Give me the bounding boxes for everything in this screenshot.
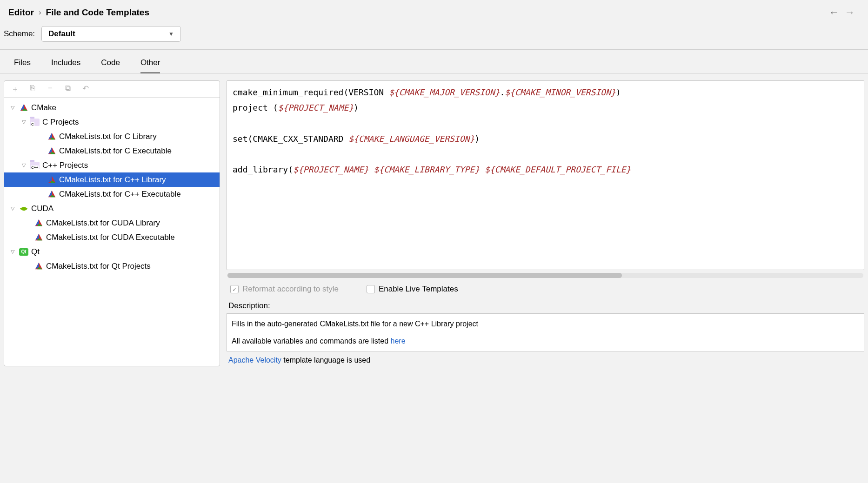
description-here-link[interactable]: here <box>391 337 406 345</box>
reformat-checkbox: ✓ Reformat according to style <box>230 285 339 294</box>
tree-c-exe[interactable]: CMakeLists.txt for C Executable <box>4 144 220 158</box>
copy-icon[interactable]: ⧉ <box>64 84 72 94</box>
folder-icon: C <box>30 118 40 127</box>
cmake-icon <box>47 175 56 185</box>
tree-cuda-lib[interactable]: CMakeLists.txt for CUDA Library <box>4 216 220 230</box>
tree-label: C++ Projects <box>42 161 88 170</box>
tree-c-lib[interactable]: CMakeLists.txt for C Library <box>4 129 220 144</box>
revert-icon[interactable]: ↶ <box>81 84 90 94</box>
checkbox-label: Enable Live Templates <box>379 285 458 294</box>
cmake-icon <box>47 132 56 141</box>
tree-qt-proj[interactable]: CMakeLists.txt for Qt Projects <box>4 259 220 273</box>
cmake-icon <box>47 146 56 156</box>
horizontal-scrollbar[interactable] <box>227 273 863 278</box>
folder-icon: C++ <box>30 161 40 170</box>
description-line1: Fills in the auto-generated CMakeLists.t… <box>232 318 859 329</box>
template-editor[interactable]: cmake_minimum_required(VERSION ${CMAKE_M… <box>227 80 864 270</box>
scheme-value: Default <box>48 29 75 39</box>
cmake-icon <box>34 233 43 242</box>
tab-code[interactable]: Code <box>101 58 120 73</box>
tree-qt[interactable]: ▽ Qt Qt <box>4 245 220 259</box>
tabs: Files Includes Code Other <box>0 50 868 74</box>
scrollbar-thumb[interactable] <box>227 273 622 278</box>
remove-icon[interactable]: − <box>46 84 54 94</box>
template-tree: ▽ CMake ▽ C C Projects CMakeLists.txt fo… <box>4 98 220 276</box>
tree-label: CMake <box>31 103 56 112</box>
nav-back-icon[interactable]: ← <box>829 7 839 19</box>
chevron-down-icon: ▽ <box>22 119 27 125</box>
tree-label: CMakeLists.txt for C++ Library <box>59 175 166 185</box>
cuda-icon <box>19 204 28 213</box>
velocity-line: Apache Velocity template language is use… <box>227 354 864 366</box>
scheme-label: Scheme: <box>4 29 35 39</box>
cmake-icon <box>34 262 43 271</box>
tree-label: C Projects <box>42 118 79 127</box>
breadcrumb-page: File and Code Templates <box>46 7 149 18</box>
apache-velocity-link[interactable]: Apache Velocity <box>228 356 281 364</box>
scheme-select[interactable]: Default ▼ <box>41 26 181 42</box>
chevron-down-icon: ▽ <box>22 162 27 168</box>
description-line2: All available variables and commands are… <box>232 336 859 346</box>
breadcrumb-sep: › <box>39 8 41 17</box>
tab-includes[interactable]: Includes <box>51 58 80 73</box>
description-label: Description: <box>227 300 864 313</box>
cmake-icon <box>47 190 56 199</box>
chevron-down-icon: ▼ <box>168 31 174 37</box>
tree-label: CMakeLists.txt for C Library <box>59 132 157 141</box>
tree-cpp-exe[interactable]: CMakeLists.txt for C++ Executable <box>4 187 220 201</box>
nav-forward-icon: → <box>845 7 855 19</box>
enable-live-templates-checkbox[interactable]: Enable Live Templates <box>367 285 458 294</box>
breadcrumb: Editor › File and Code Templates <box>8 7 149 18</box>
tab-files[interactable]: Files <box>14 58 31 73</box>
template-toolbar: ＋ ⎘ − ⧉ ↶ <box>4 81 220 98</box>
tree-c-projects[interactable]: ▽ C C Projects <box>4 115 220 129</box>
cmake-icon <box>19 103 28 112</box>
chevron-down-icon: ▽ <box>11 205 16 212</box>
tree-label: CMakeLists.txt for C++ Executable <box>59 190 181 199</box>
tree-cmake[interactable]: ▽ CMake <box>4 100 220 115</box>
add-icon[interactable]: ＋ <box>11 84 19 94</box>
chevron-down-icon: ▽ <box>11 105 16 111</box>
tab-other[interactable]: Other <box>140 58 160 73</box>
tree-label: CUDA <box>31 204 53 213</box>
tree-label: CMakeLists.txt for Qt Projects <box>46 262 151 271</box>
tree-cuda[interactable]: ▽ CUDA <box>4 201 220 216</box>
checkbox-label: Reformat according to style <box>242 285 339 294</box>
tree-label: CMakeLists.txt for CUDA Library <box>46 218 160 228</box>
checkbox-checked-icon: ✓ <box>230 285 239 293</box>
tree-cpp-lib[interactable]: CMakeLists.txt for C++ Library <box>4 172 220 187</box>
template-list-panel: ＋ ⎘ − ⧉ ↶ ▽ CMake ▽ C C Projects <box>4 80 220 366</box>
checkbox-unchecked-icon <box>367 285 375 293</box>
tree-label: CMakeLists.txt for C Executable <box>59 146 172 156</box>
qt-icon: Qt <box>19 247 28 257</box>
tree-label: Qt <box>31 247 40 257</box>
tree-cuda-exe[interactable]: CMakeLists.txt for CUDA Executable <box>4 230 220 245</box>
add-child-icon[interactable]: ⎘ <box>28 84 37 94</box>
tree-cpp-projects[interactable]: ▽ C++ C++ Projects <box>4 158 220 172</box>
description-box: Fills in the auto-generated CMakeLists.t… <box>227 313 864 351</box>
tree-label: CMakeLists.txt for CUDA Executable <box>46 233 175 242</box>
chevron-down-icon: ▽ <box>11 249 16 255</box>
cmake-icon <box>34 218 43 228</box>
breadcrumb-root[interactable]: Editor <box>8 7 34 18</box>
